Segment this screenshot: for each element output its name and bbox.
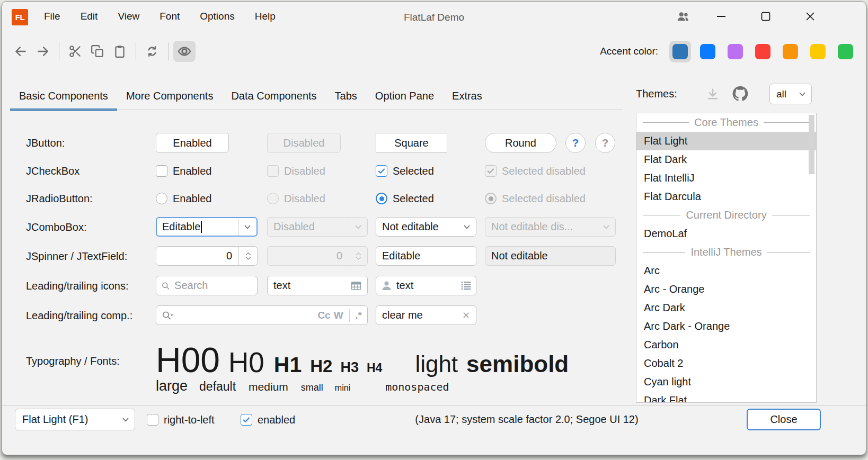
square-button[interactable]: Square <box>376 133 447 153</box>
right-to-left-checkbox[interactable]: right-to-left <box>147 413 215 427</box>
theme-item-flat-intellij[interactable]: Flat IntelliJ <box>636 169 816 187</box>
accent-swatch-orange[interactable] <box>780 41 801 62</box>
search-with-caret-icon[interactable] <box>162 310 174 321</box>
tab-tabs[interactable]: Tabs <box>326 82 366 110</box>
window-close-button[interactable] <box>796 2 825 31</box>
theme-item-arc-dark[interactable]: Arc Dark <box>636 299 816 317</box>
search-input[interactable] <box>178 309 314 321</box>
maximize-button[interactable] <box>751 2 780 31</box>
theme-item-flat-light[interactable]: Flat Light <box>636 132 816 150</box>
whole-word-button[interactable]: W <box>334 310 343 321</box>
checkbox-enabled[interactable]: Enabled <box>156 164 211 178</box>
radio-circle <box>267 193 279 204</box>
menu-item-options[interactable]: Options <box>190 11 244 22</box>
text-field-with-table-icon[interactable] <box>267 276 368 295</box>
clear-icon[interactable]: ✕ <box>462 310 470 321</box>
theme-item-flat-darcula[interactable]: Flat Darcula <box>636 187 816 206</box>
text-input[interactable] <box>273 279 351 292</box>
tab-more-components[interactable]: More Components <box>117 82 223 110</box>
paste-button[interactable] <box>109 41 131 62</box>
radio-label: Selected disabled <box>502 193 586 205</box>
combobox-editable[interactable]: Editable <box>156 217 258 237</box>
forward-arrow-icon <box>36 44 50 58</box>
minimize-button[interactable] <box>707 2 736 31</box>
combobox-arrow-button[interactable] <box>238 222 256 232</box>
spinner-buttons[interactable] <box>239 250 257 262</box>
typography-headings: H00 H0 H1 H2 H3 H4 light semibold <box>156 342 569 377</box>
text-field-with-person-icon[interactable] <box>376 276 476 295</box>
chevron-down-icon <box>353 222 363 232</box>
copy-button[interactable] <box>86 41 109 62</box>
combobox-not-editable[interactable]: Not editable <box>376 217 476 237</box>
radio-selected[interactable]: Selected <box>376 192 434 205</box>
theme-item-arc[interactable]: Arc <box>636 261 816 280</box>
typography-h0: H0 <box>228 348 264 376</box>
spinner-input[interactable] <box>156 250 238 262</box>
radio-disabled: Disabled <box>267 192 325 205</box>
toolbar-separator <box>168 42 169 60</box>
tab-extras[interactable]: Extras <box>443 82 491 110</box>
forward-button[interactable] <box>32 41 54 62</box>
theme-item-demolaf[interactable]: DemoLaf <box>636 224 816 243</box>
menu-item-font[interactable]: Font <box>149 11 190 22</box>
github-button[interactable] <box>732 86 748 102</box>
jcheckbox-row-label: JCheckBox <box>26 165 79 177</box>
theme-item-cyan-light[interactable]: Cyan light <box>636 373 816 391</box>
theme-item-arc-dark-orange[interactable]: Arc Dark - Orange <box>636 317 816 336</box>
spinner[interactable] <box>156 246 258 266</box>
tab-basic-components[interactable]: Basic Components <box>10 82 117 110</box>
theme-filter-combobox[interactable]: all <box>769 84 812 104</box>
clearable-field[interactable]: ✕ <box>376 305 476 325</box>
back-arrow-icon <box>14 44 28 58</box>
round-button[interactable]: Round <box>485 133 556 153</box>
typography-large: large <box>156 379 188 393</box>
close-button[interactable]: Close <box>747 409 821 430</box>
theme-item-flat-dark[interactable]: Flat Dark <box>636 150 816 169</box>
typography-h2: H2 <box>310 357 332 375</box>
show-toggle-button[interactable] <box>173 41 196 62</box>
textfield-editable[interactable] <box>376 246 476 266</box>
users-button[interactable] <box>669 2 697 31</box>
table-icon[interactable] <box>351 281 361 291</box>
theme-list-scrollbar[interactable] <box>809 115 814 174</box>
help-button[interactable]: ? <box>565 133 586 153</box>
search-input[interactable] <box>174 279 252 292</box>
tab-data-components[interactable]: Data Components <box>222 82 325 110</box>
accent-swatch-red[interactable] <box>752 41 774 62</box>
radio-circle <box>156 193 167 204</box>
radio-enabled[interactable]: Enabled <box>156 192 211 205</box>
accent-swatch-green[interactable] <box>835 41 856 62</box>
eye-icon <box>177 44 192 59</box>
laf-combobox[interactable]: Flat Light (F1) <box>15 409 135 430</box>
enabled-button[interactable]: Enabled <box>156 133 229 153</box>
checkbox-selected[interactable]: Selected <box>376 164 434 178</box>
clearable-input[interactable] <box>382 309 462 321</box>
text-input[interactable] <box>396 279 457 292</box>
accent-swatch-blue[interactable] <box>697 41 719 62</box>
list-icon[interactable] <box>461 281 471 290</box>
search-field-with-components[interactable]: Cc W .* <box>156 305 368 325</box>
regex-button[interactable]: .* <box>355 310 362 321</box>
checkbox-box <box>241 414 252 426</box>
theme-item-cobalt-2[interactable]: Cobalt 2 <box>636 354 816 373</box>
theme-group-label: Core Themes <box>694 116 758 129</box>
theme-item-carbon[interactable]: Carbon <box>636 336 816 354</box>
accent-swatch-steel-blue[interactable] <box>669 41 691 62</box>
menu-item-file[interactable]: File <box>34 11 70 22</box>
menu-item-help[interactable]: Help <box>245 11 286 22</box>
menu-item-view[interactable]: View <box>108 11 149 22</box>
accent-swatch-purple[interactable] <box>724 41 746 62</box>
download-button[interactable] <box>705 87 720 102</box>
theme-item-dark-flat[interactable]: Dark Flat <box>636 391 816 403</box>
cut-button[interactable] <box>64 41 86 62</box>
search-field[interactable] <box>156 276 258 295</box>
match-case-button[interactable]: Cc <box>317 310 330 321</box>
enabled-checkbox[interactable]: enabled <box>241 413 295 427</box>
accent-swatch-yellow[interactable] <box>807 41 829 62</box>
tab-option-pane[interactable]: Option Pane <box>366 82 443 110</box>
theme-item-arc-orange[interactable]: Arc - Orange <box>636 280 816 299</box>
textfield-input[interactable] <box>382 250 470 262</box>
menu-item-edit[interactable]: Edit <box>70 11 108 22</box>
refresh-button[interactable] <box>141 41 163 62</box>
back-button[interactable] <box>10 41 32 62</box>
